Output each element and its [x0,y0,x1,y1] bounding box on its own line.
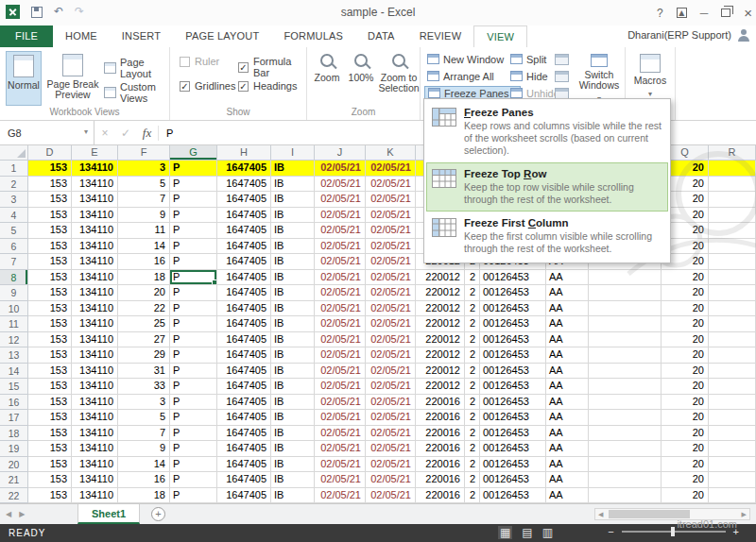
cell-G18[interactable]: P [170,426,217,442]
new-sheet-icon[interactable]: + [151,507,165,521]
cell-L11[interactable]: 220012 [416,316,465,332]
cell-O11[interactable]: AA [546,316,589,332]
cell-E8[interactable]: 134110 [72,270,118,286]
cell-M8[interactable]: 2 [465,270,480,286]
row-header-19[interactable]: 19 [0,441,28,457]
cell-I5[interactable]: IB [271,223,315,239]
cell-D9[interactable]: 153 [28,285,72,301]
ribbon-display-options-icon[interactable]: ▴ [677,8,687,18]
cell-G22[interactable]: P [170,488,217,504]
page-layout-status-icon[interactable]: ▤ [522,526,532,539]
column-header-I[interactable]: I [271,145,315,161]
cell-L9[interactable]: 220012 [416,285,465,301]
cell-M19[interactable]: 2 [465,441,480,457]
cell-Q18[interactable]: 20 [662,426,709,442]
cell-M15[interactable]: 2 [465,379,480,395]
cell-D8[interactable]: 153 [28,270,72,286]
insert-function-icon[interactable]: fx [136,126,159,141]
row-header-14[interactable]: 14 [0,364,28,380]
cell-J20[interactable]: 02/05/21 [315,457,366,473]
cell-R9[interactable] [709,285,756,301]
row-header-9[interactable]: 9 [0,285,28,301]
restore-icon[interactable] [721,8,730,17]
cell-R10[interactable] [709,301,756,317]
cell-G19[interactable]: P [170,441,217,457]
cell-N13[interactable]: 00126453 [480,347,546,364]
cell-G2[interactable]: P [170,177,217,193]
cell-D22[interactable]: 153 [28,488,72,504]
cell-F2[interactable]: 5 [118,177,170,193]
cell-M10[interactable]: 2 [465,301,480,317]
cell-F1[interactable]: 3 [118,161,170,177]
cell-J5[interactable]: 02/05/21 [315,223,366,239]
cell-R20[interactable] [709,457,756,473]
row-header-7[interactable]: 7 [0,254,28,270]
cell-K10[interactable]: 02/05/21 [366,301,416,317]
cell-P16[interactable] [589,395,662,411]
cell-O12[interactable]: AA [546,332,589,348]
column-header-F[interactable]: F [118,145,170,161]
cell-K13[interactable]: 02/05/21 [366,347,416,364]
cell-I11[interactable]: IB [271,316,315,332]
cell-L17[interactable]: 220016 [416,410,465,426]
cell-D12[interactable]: 153 [28,332,72,348]
cell-R21[interactable] [709,472,756,488]
cell-E7[interactable]: 134110 [72,254,118,270]
cell-K11[interactable]: 02/05/21 [366,316,416,332]
cell-G21[interactable]: P [170,472,217,488]
cell-I9[interactable]: IB [271,285,315,301]
cell-I1[interactable]: IB [271,161,315,177]
cell-J2[interactable]: 02/05/21 [315,177,366,193]
cell-H3[interactable]: 1647405 [217,192,271,208]
cell-E17[interactable]: 134110 [72,410,118,426]
cell-J18[interactable]: 02/05/21 [315,426,366,442]
cell-G5[interactable]: P [170,223,217,239]
cell-Q8[interactable]: 20 [662,270,709,286]
scroll-left-icon[interactable]: ◀ [598,511,603,518]
cell-E16[interactable]: 134110 [72,395,118,411]
cell-E15[interactable]: 134110 [72,379,118,395]
cell-M20[interactable]: 2 [465,457,480,473]
cell-N22[interactable]: 00126453 [480,488,546,504]
cell-K16[interactable]: 02/05/21 [366,395,416,411]
normal-view-button[interactable]: Normal [6,51,42,106]
cell-K2[interactable]: 02/05/21 [366,177,416,193]
cell-P11[interactable] [589,316,662,332]
cell-G6[interactable]: P [170,239,217,255]
cell-G7[interactable]: P [170,254,217,270]
cell-I12[interactable]: IB [271,332,315,348]
cell-E4[interactable]: 134110 [72,208,118,224]
cell-F6[interactable]: 14 [118,239,170,255]
cell-H20[interactable]: 1647405 [217,457,271,473]
cell-E18[interactable]: 134110 [72,426,118,442]
cell-P22[interactable] [589,488,662,504]
cell-F21[interactable]: 16 [118,472,170,488]
cell-Q16[interactable]: 20 [662,395,709,411]
row-header-13[interactable]: 13 [0,347,28,364]
cell-Q20[interactable]: 20 [662,457,709,473]
cell-P13[interactable] [589,347,662,364]
cell-R3[interactable] [709,192,756,208]
cell-I4[interactable]: IB [271,208,315,224]
headings-checkbox[interactable]: ✓ Headings [238,80,297,92]
cell-I16[interactable]: IB [271,395,315,411]
cell-Q10[interactable]: 20 [662,301,709,317]
cell-E13[interactable]: 134110 [72,347,118,364]
cell-Q9[interactable]: 20 [662,285,709,301]
cell-F17[interactable]: 5 [118,410,170,426]
cell-O18[interactable]: AA [546,426,589,442]
row-header-12[interactable]: 12 [0,332,28,348]
gridlines-checkbox[interactable]: ✓ Gridlines [180,80,235,92]
cell-M13[interactable]: 2 [465,347,480,364]
cell-J7[interactable]: 02/05/21 [315,254,366,270]
row-header-3[interactable]: 3 [0,192,28,208]
cell-G14[interactable]: P [170,364,217,380]
cell-L19[interactable]: 220016 [416,441,465,457]
cell-K15[interactable]: 02/05/21 [366,379,416,395]
cell-P17[interactable] [589,410,662,426]
cell-L10[interactable]: 220012 [416,301,465,317]
cell-J1[interactable]: 02/05/21 [315,161,366,177]
cell-K8[interactable]: 02/05/21 [366,270,416,286]
cell-Q19[interactable]: 20 [662,441,709,457]
cell-H2[interactable]: 1647405 [217,177,271,193]
